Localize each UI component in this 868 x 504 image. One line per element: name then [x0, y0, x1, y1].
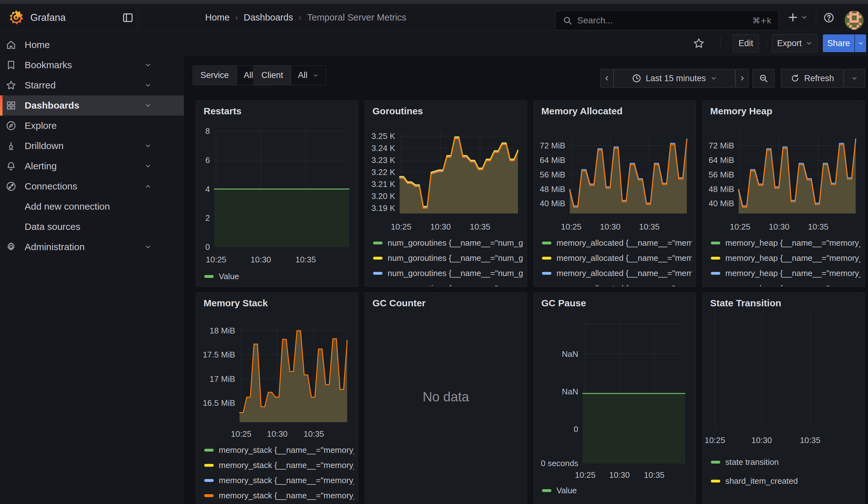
legend-item[interactable]: shard_item_created [711, 475, 861, 487]
client-filter[interactable]: Client All [254, 65, 326, 85]
panel-title[interactable]: GC Counter [372, 298, 425, 309]
legend-item[interactable]: memory_stack {__name__="memory_s [204, 459, 354, 472]
legend-item[interactable]: num_goroutines {__name__="num_go [373, 282, 523, 287]
help-button[interactable] [823, 12, 835, 23]
legend-item[interactable]: memory_stack {__name__="memory_s [204, 489, 354, 502]
chevron-up-icon [145, 183, 152, 190]
legend-item[interactable]: memory_heap {__name__="memory_h [711, 282, 861, 287]
legend-swatch [204, 479, 214, 482]
chart-plot[interactable] [400, 132, 518, 214]
sidebar-item-label: Bookmarks [24, 60, 72, 70]
breadcrumb-home[interactable]: Home [205, 12, 229, 23]
legend-label: Value [557, 486, 577, 495]
chart-plot[interactable] [214, 131, 349, 247]
bookmark-icon [6, 60, 17, 70]
sidebar-item-connections[interactable]: Connections [0, 176, 184, 196]
sidebar-item-add-new-connection[interactable]: Add new connection [0, 196, 184, 217]
search-input[interactable]: Search... ⌘+k [556, 11, 779, 30]
chart-plot[interactable] [583, 324, 685, 463]
legend-label: Value [219, 271, 239, 281]
dock-menu-icon[interactable] [122, 12, 134, 23]
chevron-down-icon [801, 14, 808, 21]
sidebar-item-alerting[interactable]: Alerting [0, 156, 184, 176]
y-axis-tick: 0 seconds [534, 459, 578, 468]
sidebar-item-home[interactable]: Home [0, 35, 184, 55]
y-axis-tick: 0 [196, 242, 210, 252]
export-button[interactable]: Export [772, 34, 817, 52]
breadcrumb-dashboards[interactable]: Dashboards [244, 12, 293, 23]
zoom-out-button[interactable] [753, 69, 775, 88]
legend-item[interactable]: num_goroutines {__name__="num_go [373, 252, 523, 264]
panel-title[interactable]: GC Pause [541, 298, 586, 309]
chart-plot[interactable] [707, 313, 862, 429]
grafana-logo-icon[interactable] [8, 10, 24, 25]
sidebar-item-drilldown[interactable]: Drilldown [0, 136, 184, 156]
y-axis-tick: 3.20 K [365, 192, 395, 201]
legend-item[interactable]: memory_stack {__name__="memory_s [204, 474, 354, 487]
legend-item[interactable]: memory_allocated {__name__="memo [542, 237, 692, 249]
add-new-button[interactable] [787, 12, 808, 23]
legend-swatch [711, 241, 720, 245]
y-axis-tick: 40 MiB [703, 199, 734, 208]
legend-swatch [204, 449, 214, 452]
share-button[interactable]: Share [823, 34, 855, 52]
y-axis-tick: 3.19 K [365, 203, 395, 213]
refresh-button[interactable]: Refresh [781, 69, 844, 88]
panel-title[interactable]: Goroutines [372, 106, 423, 116]
legend-item[interactable]: memory_stack {__name__="memory_s [204, 444, 354, 456]
sidebar-item-data-sources[interactable]: Data sources [0, 217, 184, 237]
chevron-down-icon [145, 244, 152, 250]
sidebar-item-bookmarks[interactable]: Bookmarks [0, 55, 184, 75]
avatar[interactable] [845, 11, 864, 30]
chevron-down-icon [145, 142, 152, 150]
panel-gc-counter: GC CounterNo data [364, 292, 527, 503]
favorite-star-icon[interactable] [693, 38, 704, 49]
legend-item[interactable]: memory_allocated {__name__="memo [542, 252, 692, 264]
panel-title[interactable]: Restarts [204, 106, 241, 116]
legend-item[interactable]: memory_allocated {__name__="memo [542, 267, 692, 279]
sidebar-item-starred[interactable]: Starred [0, 75, 184, 95]
share-dropdown-button[interactable] [855, 34, 866, 52]
clock-icon [632, 74, 641, 83]
chart-plot[interactable] [240, 324, 347, 422]
chevron-down-icon [145, 62, 152, 69]
x-axis-tick: 10:30 [757, 222, 801, 232]
panel-title[interactable]: State Transition [710, 298, 781, 309]
chart-plot[interactable] [738, 132, 856, 214]
bell-icon [6, 161, 17, 172]
sidebar-item-label: Alerting [24, 161, 57, 172]
legend-item[interactable]: memory_heap {__name__="memory_h [711, 252, 861, 264]
chart-plot[interactable] [570, 132, 687, 214]
y-axis-tick: 3.21 K [365, 179, 395, 189]
edit-button[interactable]: Edit [733, 34, 759, 52]
legend-item[interactable]: memory_allocated {__name__="memo [542, 282, 692, 287]
legend-swatch [542, 257, 551, 260]
legend-item[interactable]: memory_heap {__name__="memory_h [711, 267, 861, 279]
panel-title[interactable]: Memory Heap [710, 106, 772, 116]
sidebar-item-administration[interactable]: Administration [0, 237, 184, 257]
series-fill [214, 189, 349, 247]
sidebar-item-label: Home [24, 40, 50, 50]
legend-item[interactable]: num_goroutines {__name__="num_go [373, 237, 523, 249]
sidebar-nav: HomeBookmarksStarredDashboardsExploreDri… [0, 31, 184, 504]
time-forward-button[interactable] [735, 69, 749, 88]
legend-swatch [711, 257, 720, 260]
legend-label: memory_allocated {__name__="memo [557, 238, 692, 248]
client-filter-value: All [298, 70, 308, 80]
legend-item[interactable]: memory_heap {__name__="memory_h [711, 237, 861, 249]
time-back-button[interactable] [600, 69, 613, 88]
panel-title[interactable]: Memory Stack [204, 298, 268, 309]
refresh-interval-dropdown[interactable] [844, 69, 865, 88]
panel-goroutines: Goroutines3.25 K3.24 K3.23 K3.22 K3.21 K… [364, 101, 527, 287]
y-axis-tick: 4 [196, 184, 210, 194]
sidebar-item-dashboards[interactable]: Dashboards [0, 95, 184, 116]
legend-item[interactable]: Value [542, 484, 692, 497]
panel-title[interactable]: Memory Allocated [541, 106, 622, 116]
legend-item[interactable]: Value [204, 270, 354, 282]
legend-item[interactable]: num_goroutines {__name__="num_go [373, 267, 523, 279]
time-range-picker[interactable]: Last 15 minutes [613, 69, 735, 88]
sidebar-item-explore[interactable]: Explore [0, 116, 184, 136]
legend-item[interactable]: state transition [711, 456, 861, 468]
x-axis-tick: 10:25 [196, 255, 238, 265]
y-axis-tick: 8 [196, 126, 210, 136]
